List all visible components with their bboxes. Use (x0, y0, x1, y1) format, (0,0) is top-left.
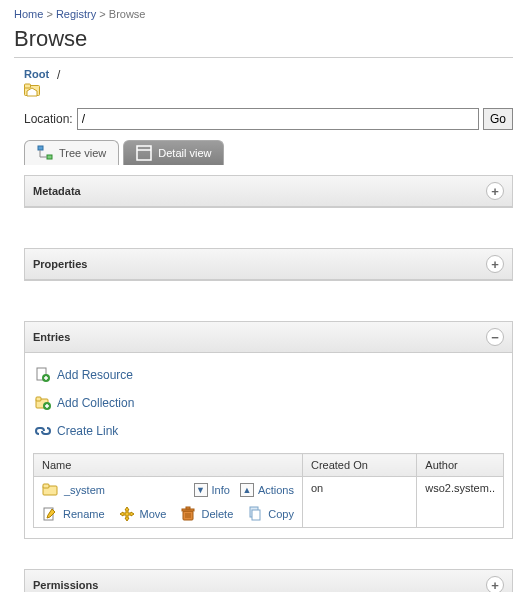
panel-entries-body: Add Resource Add Collection Create Link … (25, 353, 512, 538)
move-action[interactable]: Move (119, 506, 167, 522)
rename-icon (42, 506, 58, 522)
add-resource-icon (35, 367, 51, 383)
tab-detail-view-label: Detail view (158, 147, 211, 159)
breadcrumb-sep: > (46, 8, 52, 20)
actions-action[interactable]: ▲ Actions (240, 483, 294, 497)
svg-rect-25 (252, 510, 260, 520)
expand-icon[interactable]: + (486, 255, 504, 273)
panel-permissions-header[interactable]: Permissions + (25, 570, 512, 592)
root-path: Root / (24, 68, 513, 98)
actions-label: Actions (258, 484, 294, 496)
tree-icon (37, 145, 53, 161)
svg-rect-2 (38, 146, 43, 150)
panel-entries-header[interactable]: Entries − (25, 322, 512, 353)
panel-metadata-header[interactable]: Metadata + (25, 176, 512, 207)
breadcrumb: Home > Registry > Browse (14, 8, 513, 20)
rename-action[interactable]: Rename (42, 506, 105, 522)
info-label: Info (212, 484, 230, 496)
svg-rect-16 (43, 484, 49, 488)
panel-metadata: Metadata + (24, 175, 513, 208)
rename-label: Rename (63, 508, 105, 520)
panel-properties-title: Properties (33, 258, 87, 270)
col-created: Created On (302, 454, 416, 477)
breadcrumb-registry[interactable]: Registry (56, 8, 96, 20)
add-resource-label: Add Resource (57, 368, 133, 382)
cell-author: wso2.system.. (417, 477, 504, 528)
entries-table: Name Created On Author _system (33, 453, 504, 528)
entry-name[interactable]: _system (64, 484, 105, 496)
table-row: _system ▼ Info ▲ Actions (34, 477, 504, 528)
tab-detail-view[interactable]: Detail view (123, 140, 224, 165)
collapse-icon[interactable]: − (486, 328, 504, 346)
panel-permissions: Permissions + (24, 569, 513, 592)
add-collection-icon (35, 395, 51, 411)
breadcrumb-current: Browse (109, 8, 146, 20)
add-collection-label: Add Collection (57, 396, 134, 410)
panel-metadata-title: Metadata (33, 185, 81, 197)
delete-action[interactable]: Delete (180, 506, 233, 522)
create-link-label: Create Link (57, 424, 118, 438)
copy-action[interactable]: Copy (247, 506, 294, 522)
svg-rect-4 (137, 146, 151, 160)
expand-icon[interactable]: + (486, 182, 504, 200)
info-action[interactable]: ▼ Info (194, 483, 230, 497)
svg-rect-3 (47, 155, 52, 159)
tab-tree-view[interactable]: Tree view (24, 140, 119, 165)
col-name: Name (34, 454, 303, 477)
svg-rect-1 (25, 84, 31, 88)
svg-rect-11 (36, 397, 41, 401)
table-header-row: Name Created On Author (34, 454, 504, 477)
panel-entries-title: Entries (33, 331, 70, 343)
create-link-icon (35, 423, 51, 439)
add-collection-link[interactable]: Add Collection (35, 395, 502, 411)
breadcrumb-sep: > (99, 8, 105, 20)
move-icon (119, 506, 135, 522)
tab-tree-view-label: Tree view (59, 147, 106, 159)
delete-icon (180, 506, 196, 522)
panel-properties-header[interactable]: Properties + (25, 249, 512, 280)
col-author: Author (417, 454, 504, 477)
move-label: Move (140, 508, 167, 520)
detail-icon (136, 145, 152, 161)
folder-icon (42, 482, 58, 498)
location-row: Location: Go (24, 108, 513, 130)
cell-created: on (302, 477, 416, 528)
root-slash: / (57, 68, 60, 82)
delete-label: Delete (201, 508, 233, 520)
chevron-up-icon: ▲ (240, 483, 254, 497)
create-link-link[interactable]: Create Link (35, 423, 502, 439)
go-button[interactable]: Go (483, 108, 513, 130)
panel-entries: Entries − Add Resource Add Collection Cr… (24, 321, 513, 539)
expand-icon[interactable]: + (486, 576, 504, 592)
copy-icon (247, 506, 263, 522)
root-label[interactable]: Root (24, 68, 49, 80)
location-input[interactable] (77, 108, 479, 130)
panel-permissions-title: Permissions (33, 579, 98, 591)
add-resource-link[interactable]: Add Resource (35, 367, 502, 383)
chevron-down-icon: ▼ (194, 483, 208, 497)
view-tabs: Tree view Detail view (24, 140, 513, 165)
location-label: Location: (24, 112, 73, 126)
svg-rect-20 (186, 507, 190, 509)
breadcrumb-home[interactable]: Home (14, 8, 43, 20)
panel-properties: Properties + (24, 248, 513, 281)
copy-label: Copy (268, 508, 294, 520)
page-title: Browse (14, 26, 513, 58)
folder-home-icon (24, 82, 40, 98)
